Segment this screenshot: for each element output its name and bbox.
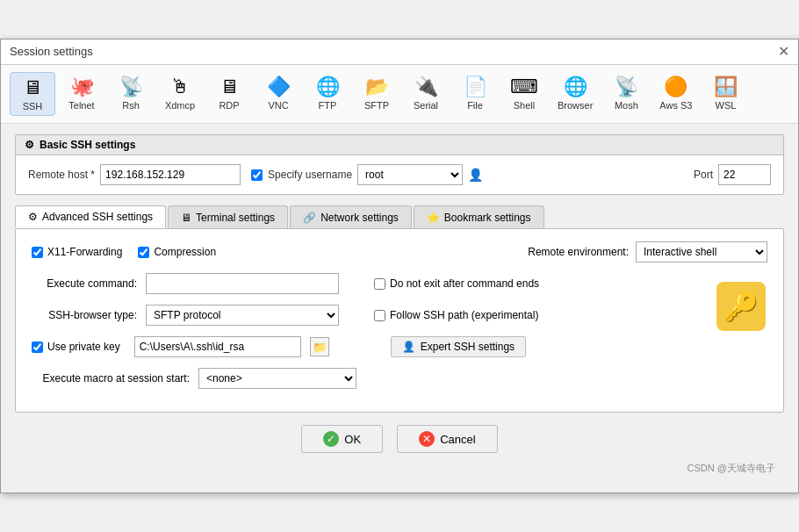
advanced-tab-icon: ⚙ (28, 211, 38, 223)
use-private-key-checkbox[interactable] (32, 341, 43, 353)
expert-ssh-icon: 👤 (402, 341, 415, 353)
remote-env-label: Remote environment: (528, 246, 629, 258)
x11-forwarding-group: X11-Forwarding (32, 246, 122, 258)
toolbar-label-ftp: FTP (319, 100, 337, 111)
remote-env-select[interactable]: Interactive shell Bash Zsh (636, 241, 767, 262)
close-button[interactable]: ✕ (778, 45, 789, 59)
x11-forwarding-label: X11-Forwarding (47, 246, 122, 258)
execute-command-input[interactable] (146, 273, 339, 294)
session-settings-window: Session settings ✕ 🖥 SSH 🐙 Telnet 📡 Rsh … (0, 39, 799, 493)
use-private-key-group: Use private key (32, 341, 120, 353)
toolbar-label-ssh: SSH (23, 101, 43, 111)
toolbar-item-telnet[interactable]: 🐙 Telnet (59, 72, 104, 116)
browser-icon: 🌐 (564, 75, 587, 98)
follow-ssh-checkbox[interactable] (374, 310, 385, 321)
key-icon: 🔑 (716, 282, 766, 331)
basic-ssh-section: ⚙ Basic SSH settings Remote host * Speci… (15, 134, 784, 195)
expert-ssh-button[interactable]: 👤 Expert SSH settings (391, 336, 526, 357)
x11-forwarding-checkbox[interactable] (32, 247, 43, 258)
toolbar-label-awss3: Aws S3 (659, 100, 692, 111)
cancel-label: Cancel (440, 433, 475, 446)
execute-macro-select[interactable]: <none> (198, 368, 356, 389)
wsl-icon: 🪟 (714, 75, 738, 98)
serial-icon: 🔌 (414, 75, 438, 98)
compression-group: Compression (138, 246, 216, 258)
specify-username-label: Specify username (268, 169, 352, 181)
toolbar-item-ftp[interactable]: 🌐 FTP (305, 72, 350, 116)
execute-macro-row: Execute macro at session start: <none> (32, 368, 767, 389)
username-select[interactable]: root (357, 164, 463, 185)
use-private-key-label: Use private key (47, 341, 120, 353)
specify-username-checkbox[interactable] (251, 169, 263, 181)
tab-terminal[interactable]: 🖥 Terminal settings (168, 205, 288, 228)
toolbar-label-shell: Shell (514, 100, 535, 111)
window-title: Session settings (10, 45, 93, 58)
toolbar-label-file: File (467, 100, 483, 111)
toolbar-label-mosh: Mosh (615, 100, 638, 111)
toolbar-label-telnet: Telnet (68, 100, 94, 111)
expert-ssh-label: Expert SSH settings (421, 341, 515, 353)
compression-checkbox[interactable] (138, 247, 149, 258)
private-key-row: Use private key 📁 👤 Expert SSH settings (32, 336, 767, 357)
toolbar-item-file[interactable]: 📄 File (452, 72, 498, 116)
do-not-exit-group: Do not exit after command ends (374, 277, 539, 290)
toolbar-item-sftp[interactable]: 📂 SFTP (354, 72, 400, 116)
tab-network[interactable]: 🔗 Network settings (290, 205, 412, 228)
vnc-icon: 🔷 (267, 75, 291, 98)
ssh-browser-row: SSH-browser type: SFTP protocol SCP prot… (32, 305, 767, 326)
toolbar-item-rdp[interactable]: 🖥 RDP (206, 72, 252, 116)
bookmark-tab-label: Bookmark settings (444, 212, 531, 224)
port-label: Port (694, 169, 713, 181)
tab-advanced[interactable]: ⚙ Advanced SSH settings (15, 205, 166, 228)
toolbar-item-awss3[interactable]: 🟠 Aws S3 (652, 72, 699, 116)
ftp-icon: 🌐 (316, 75, 340, 98)
remote-host-input[interactable] (100, 164, 241, 185)
do-not-exit-checkbox[interactable] (374, 278, 385, 290)
adv-row-1: X11-Forwarding Compression Remote enviro… (32, 241, 767, 262)
cancel-button[interactable]: ✕ Cancel (397, 425, 497, 453)
toolbar-item-wsl[interactable]: 🪟 WSL (702, 72, 748, 116)
toolbar-item-vnc[interactable]: 🔷 VNC (256, 72, 301, 116)
awss3-icon: 🟠 (664, 75, 687, 98)
toolbar: 🖥 SSH 🐙 Telnet 📡 Rsh 🖱 Xdmcp 🖥 RDP 🔷 VNC… (1, 65, 798, 124)
execute-macro-label: Execute macro at session start: (32, 372, 190, 385)
ok-icon: ✓ (323, 431, 339, 447)
browse-key-button[interactable]: 📁 (310, 337, 329, 356)
advanced-ssh-panel: X11-Forwarding Compression Remote enviro… (15, 228, 784, 413)
network-tab-icon: 🔗 (303, 212, 316, 224)
specify-username-group: Specify username root 👤 (251, 164, 483, 185)
do-not-exit-label: Do not exit after command ends (390, 277, 539, 290)
key-icon-container: 🔑 (716, 282, 766, 331)
toolbar-item-mosh[interactable]: 📡 Mosh (603, 72, 649, 116)
ssh-browser-select[interactable]: SFTP protocol SCP protocol None (146, 305, 339, 326)
toolbar-item-browser[interactable]: 🌐 Browser (551, 72, 600, 116)
footer-buttons: ✓ OK ✕ Cancel (15, 413, 784, 460)
toolbar-item-serial[interactable]: 🔌 Serial (403, 72, 449, 116)
bookmark-tab-icon: ⭐ (427, 212, 440, 224)
ssh-browser-label: SSH-browser type: (32, 309, 137, 321)
terminal-tab-icon: 🖥 (181, 212, 191, 224)
toolbar-item-shell[interactable]: ⌨ Shell (501, 72, 547, 116)
telnet-icon: 🐙 (70, 75, 94, 98)
network-tab-label: Network settings (320, 212, 399, 224)
terminal-tab-label: Terminal settings (196, 212, 275, 224)
toolbar-label-rdp: RDP (219, 100, 239, 111)
toolbar-item-ssh[interactable]: 🖥 SSH (10, 72, 55, 116)
toolbar-item-rsh[interactable]: 📡 Rsh (108, 72, 154, 116)
toolbar-item-xdmcp[interactable]: 🖱 Xdmcp (157, 72, 203, 116)
toolbar-label-sftp: SFTP (364, 100, 389, 111)
main-content: ⚙ Basic SSH settings Remote host * Speci… (1, 124, 798, 492)
rsh-icon: 📡 (119, 75, 143, 98)
port-group: Port (694, 164, 771, 185)
xdmcp-icon: 🖱 (170, 75, 190, 98)
port-input[interactable] (718, 164, 771, 185)
basic-ssh-icon: ⚙ (25, 139, 34, 151)
file-icon: 📄 (464, 75, 487, 98)
ok-button[interactable]: ✓ OK (301, 425, 383, 453)
private-key-path-input[interactable] (134, 336, 301, 357)
basic-ssh-title: Basic SSH settings (40, 139, 135, 151)
cancel-icon: ✕ (419, 431, 435, 447)
basic-ssh-fields: Remote host * Specify username root 👤 Po… (16, 155, 783, 194)
tab-bookmark[interactable]: ⭐ Bookmark settings (414, 205, 544, 228)
remote-env-group: Remote environment: Interactive shell Ba… (528, 241, 767, 262)
